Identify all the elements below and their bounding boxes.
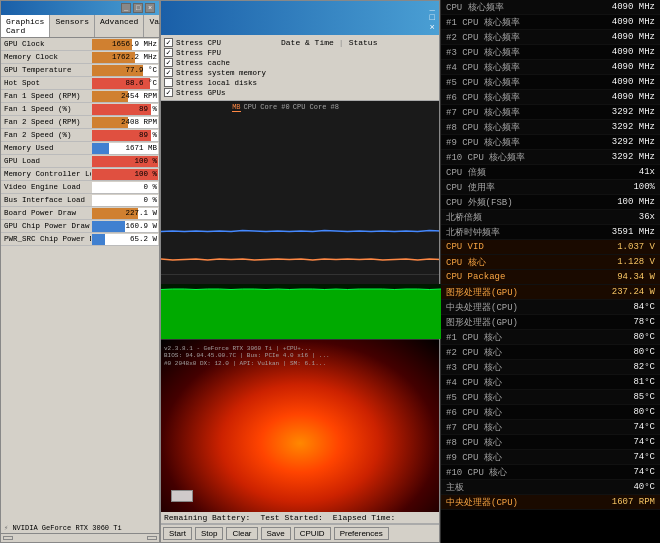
clear-button[interactable]: Clear	[226, 527, 257, 540]
stress-label: Stress CPU	[176, 39, 221, 47]
cpu-info-row: #5 CPU 核心 85°C	[441, 390, 660, 405]
stress-check-item[interactable]: ✓ Stress GPUs	[164, 88, 266, 97]
sensor-bar: 1762.2 MHz	[92, 52, 158, 63]
cpu-info-row: #4 CPU 核心 81°C	[441, 375, 660, 390]
tab-advanced[interactable]: Advanced	[95, 15, 144, 37]
stress-check-item[interactable]: ✓ Stress CPU	[164, 38, 266, 47]
cpu-row-label: #6 CPU 核心频率	[446, 91, 520, 104]
cpu-row-value: 3292 MHz	[612, 152, 655, 162]
cpu-info-row: #1 CPU 核心频率 4090 MHz	[441, 15, 660, 30]
cpu-row-value: 4090 MHz	[612, 32, 655, 42]
sensor-bar: 88.6 °C	[92, 78, 158, 89]
cpu-info-row: CPU 倍频 41x	[441, 165, 660, 180]
cpu-row-label: #7 CPU 核心	[446, 421, 502, 434]
gpu-extra-info: ⚡ NVIDIA GeForce RTX 3060 Ti	[1, 523, 159, 533]
elapsed-label: Elapsed Time:	[333, 513, 395, 522]
checkbox[interactable]	[164, 78, 173, 87]
cpu-row-label: #6 CPU 核心	[446, 406, 502, 419]
cpu-info-row: #4 CPU 核心频率 4090 MHz	[441, 60, 660, 75]
stress-check-item[interactable]: Stress local disks	[164, 78, 266, 87]
stop-button[interactable]: Stop	[195, 527, 223, 540]
checkbox[interactable]: ✓	[164, 58, 173, 67]
remaining-battery-label: Remaining Battery:	[164, 513, 250, 522]
stability-maximize[interactable]: □	[430, 13, 435, 23]
cpu-row-label: #5 CPU 核心频率	[446, 76, 520, 89]
sensor-bar: 89 %	[92, 130, 158, 141]
minimize-button[interactable]: _	[121, 3, 131, 13]
gpu-sensor-row: Fan 2 Speed (%) 89 %	[1, 129, 159, 142]
cpu-row-value: 3292 MHz	[612, 122, 655, 132]
cpu-row-label: CPU 核心	[446, 256, 486, 269]
stress-check-item[interactable]: ✓ Stress system memory	[164, 68, 266, 77]
cpu-info-row: 北桥倍频 36x	[441, 210, 660, 225]
cpu-row-value: 84°C	[633, 302, 655, 312]
cpu-info-row: 中央处理器(CPU) 84°C	[441, 300, 660, 315]
cpu-row-label: 中央处理器(CPU)	[446, 301, 518, 314]
gpu-sensor-row: Memory Clock 1762.2 MHz	[1, 51, 159, 64]
stress-label: Stress GPUs	[176, 89, 226, 97]
cpu-row-label: CPU 使用率	[446, 181, 495, 194]
cpu-row-value: 4090 MHz	[612, 62, 655, 72]
gpu-sensor-row: GPU Temperature 77.9 °C	[1, 64, 159, 77]
save-button[interactable]: Save	[261, 527, 291, 540]
checkbox[interactable]: ✓	[164, 38, 173, 47]
stability-minimize[interactable]: _	[430, 3, 435, 13]
cpu-row-value: 74°C	[633, 437, 655, 447]
cpu-info-panel: CPU 核心频率 4090 MHz #1 CPU 核心频率 4090 MHz #…	[440, 0, 660, 543]
close-gpu-button[interactable]	[147, 536, 157, 540]
gpu-z-panel: _ □ × Graphics Card Sensors Advanced Val…	[0, 0, 160, 543]
cpu-info-row: #1 CPU 核心 80°C	[441, 330, 660, 345]
close-button[interactable]: ×	[145, 3, 155, 13]
cpu-info-row: #10 CPU 核心频率 3292 MHz	[441, 150, 660, 165]
cpu-row-label: CPU Package	[446, 272, 505, 282]
cpu-row-value: 4090 MHz	[612, 17, 655, 27]
cpu-info-row: CPU VID 1.037 V	[441, 240, 660, 255]
gpu-sensor-row: Memory Used 1671 MB	[1, 142, 159, 155]
power-display	[171, 490, 193, 502]
cpu-row-label: 中央处理器(CPU)	[446, 496, 518, 509]
graph-tabs: MB CPU Core #0 CPU Core #8	[232, 103, 339, 112]
cpu-row-value: 40°C	[633, 482, 655, 492]
cpu-row-label: #3 CPU 核心频率	[446, 46, 520, 59]
stress-check-item[interactable]: ✓ Stress cache	[164, 58, 266, 67]
preferences-button[interactable]: Preferences	[334, 527, 389, 540]
gpu-sensor-rows: GPU Clock 1656.9 MHz Memory Clock 1762.2…	[1, 38, 159, 521]
reset-button[interactable]	[3, 536, 13, 540]
cpu-info-row: 北桥时钟频率 3591 MHz	[441, 225, 660, 240]
cpu-row-value: 85°C	[633, 392, 655, 402]
graph-cpu-usage	[161, 275, 439, 340]
cpu-row-value: 100%	[633, 182, 655, 192]
maximize-button[interactable]: □	[133, 3, 143, 13]
tab-sensors[interactable]: Sensors	[50, 15, 95, 37]
graph-tab-mb[interactable]: MB	[232, 103, 240, 112]
cpu-row-label: #10 CPU 核心	[446, 466, 507, 479]
cpu-row-label: #2 CPU 核心频率	[446, 31, 520, 44]
cpu-row-value: 41x	[639, 167, 655, 177]
checkbox[interactable]: ✓	[164, 88, 173, 97]
cpu-row-value: 4090 MHz	[612, 92, 655, 102]
checkbox[interactable]: ✓	[164, 68, 173, 77]
tab-graphics-card[interactable]: Graphics Card	[1, 15, 50, 37]
checkbox[interactable]: ✓	[164, 48, 173, 57]
cpu-info-row: CPU 核心 1.128 V	[441, 255, 660, 270]
stress-label: Stress FPU	[176, 49, 221, 57]
cpu-info-row: #10 CPU 核心 74°C	[441, 465, 660, 480]
cpu-row-label: #1 CPU 核心频率	[446, 16, 520, 29]
status-label: Status	[349, 38, 378, 47]
sensor-bar: 100 %	[92, 169, 158, 180]
cpu-row-label: CPU 倍频	[446, 166, 486, 179]
cpu-info-row: #7 CPU 核心频率 3292 MHz	[441, 105, 660, 120]
start-button[interactable]: Start	[163, 527, 192, 540]
graph-tab-cpu-end[interactable]: CPU Core #8	[293, 103, 339, 112]
gpu-sensor-row: GPU Load 100 %	[1, 155, 159, 168]
stability-close[interactable]: ×	[430, 23, 435, 33]
window-controls: _ □ ×	[121, 3, 155, 13]
cpu-info-row: 图形处理器(GPU) 237.24 W	[441, 285, 660, 300]
cpu-info-row: CPU Package 94.34 W	[441, 270, 660, 285]
sensor-bar: 89 %	[92, 104, 158, 115]
cpu-info-row: #2 CPU 核心频率 4090 MHz	[441, 30, 660, 45]
cpuid-button[interactable]: CPUID	[294, 527, 331, 540]
cpu-row-label: 北桥时钟频率	[446, 226, 500, 239]
stress-check-item[interactable]: ✓ Stress FPU	[164, 48, 266, 57]
graph-tab-cpu0[interactable]: CPU Core #0	[244, 103, 290, 112]
